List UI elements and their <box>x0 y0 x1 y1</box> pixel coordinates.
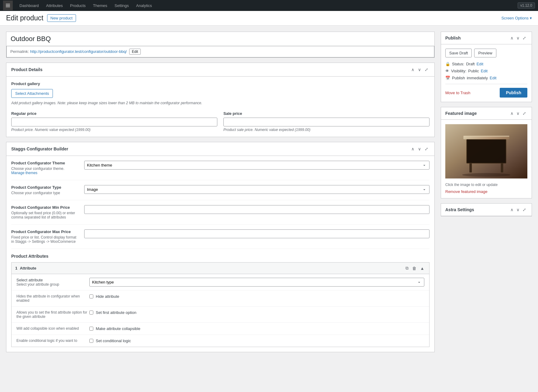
price-row: Regular price Product price. Numeric val… <box>11 111 429 132</box>
collapsible-description: Will add collapsible icon when enabled <box>16 326 89 331</box>
attribute-select[interactable]: Kitchen type Color Size Material <box>89 278 424 287</box>
publish-timing-edit-link[interactable]: Edit <box>490 76 496 80</box>
select-attribute-input-col: Kitchen type Color Size Material <box>89 278 424 287</box>
product-details-title: Product Details <box>11 67 43 72</box>
theme-label-col: Product Configurator Theme Choose your c… <box>11 161 84 175</box>
save-draft-button[interactable]: Save Draft <box>445 49 472 57</box>
configurator-panel-controls: ∧ ∨ ⤢ <box>410 146 429 152</box>
sale-price-label: Sale price <box>223 111 429 116</box>
configurator-expand-button[interactable]: ⤢ <box>423 146 429 152</box>
type-label: Product Configurator Type <box>11 185 78 190</box>
configurator-builder-title: Staggs Configurator Builder <box>11 146 68 151</box>
preview-button[interactable]: Preview <box>474 49 496 57</box>
attribute-name-label: Attribute <box>20 266 404 270</box>
min-price-config-row: Product Configurator Min Price Optionall… <box>11 205 429 225</box>
collapsible-checkbox[interactable] <box>89 327 93 331</box>
nav-item-attributes[interactable]: Attributes <box>43 0 67 11</box>
nav-item-dashboard[interactable]: Dashboard <box>16 0 43 11</box>
attribute-header: 1 Attribute ⧉ 🗑 ▲ <box>12 263 429 274</box>
publish-timing-value: immediately <box>467 76 488 80</box>
featured-image-header: Featured image ∧ ∨ ⤢ <box>441 107 532 120</box>
publish-expand-button[interactable]: ⤢ <box>521 35 527 41</box>
hide-attribute-checkbox-text: Hide attribute <box>96 294 119 299</box>
attribute-delete-button[interactable]: 🗑 <box>411 265 418 271</box>
permalink: Permalink: http://productconfigurator.te… <box>6 46 434 57</box>
conditional-checkbox[interactable] <box>89 339 93 343</box>
nav-items: Dashboard Attributes Products Themes Set… <box>16 0 156 11</box>
astra-expand-button[interactable]: ⤢ <box>521 207 527 213</box>
featured-image-expand-button[interactable]: ⤢ <box>521 110 527 116</box>
collapsible-label-col: Will add collapsible icon when enabled <box>16 326 89 331</box>
type-select[interactable]: Image 3D Model Color Swatch <box>84 185 429 194</box>
svg-point-7 <box>462 173 511 177</box>
nav-item-themes[interactable]: Themes <box>89 0 111 11</box>
hide-attribute-row: Hides the attribute in configurator when… <box>12 291 429 307</box>
theme-config-row: Product Configurator Theme Choose your c… <box>11 161 429 180</box>
hide-attribute-checkbox-label[interactable]: Hide attribute <box>89 294 424 299</box>
collapsible-checkbox-label[interactable]: Make attribute collapsible <box>89 326 424 331</box>
theme-input-col: Kitchen theme Default theme Modern theme <box>84 161 429 170</box>
publish-footer: Move to Trash Publish <box>445 88 527 98</box>
regular-price-input[interactable] <box>11 118 217 126</box>
status-info: 🔒 Status: Draft Edit <box>445 62 527 66</box>
max-price-input-col <box>84 229 429 238</box>
panel-expand-button[interactable]: ⤢ <box>423 67 429 73</box>
permalink-url[interactable]: http://productconfigurator.test/configur… <box>30 49 127 54</box>
featured-image-body: Click the image to edit or update Remove… <box>441 120 532 198</box>
permalink-prefix: Permalink: <box>10 49 29 54</box>
featured-image-title: Featured image <box>445 111 477 116</box>
configurator-builder-header[interactable]: Staggs Configurator Builder ∧ ∨ ⤢ <box>6 142 434 156</box>
hide-attribute-checkbox[interactable] <box>89 294 93 298</box>
visibility-edit-link[interactable]: Edit <box>481 69 488 73</box>
conditional-input-col: Set conditional logic <box>89 339 424 343</box>
select-attachments-button[interactable]: Select Attachments <box>11 89 53 98</box>
page-title: Edit product <box>6 14 43 22</box>
min-price-input[interactable] <box>84 205 429 214</box>
panel-collapse-down-button[interactable]: ∨ <box>417 67 422 73</box>
attribute-copy-button[interactable]: ⧉ <box>404 265 410 271</box>
publish-panel-header: Publish ∧ ∨ ⤢ <box>441 32 532 44</box>
featured-image-collapse-up-button[interactable]: ∧ <box>509 110 515 116</box>
featured-image-collapse-down-button[interactable]: ∨ <box>515 110 521 116</box>
set-first-checkbox-label[interactable]: Set first attribute option <box>89 310 424 315</box>
conditional-checkbox-label[interactable]: Set conditional logic <box>89 339 424 343</box>
screen-options-button[interactable]: Screen Options ▾ <box>501 16 532 20</box>
set-first-checkbox-text: Set first attribute option <box>96 310 136 315</box>
collapsible-checkbox-text: Make attribute collapsible <box>96 326 140 331</box>
astra-collapse-up-button[interactable]: ∧ <box>509 207 515 213</box>
publish-collapse-up-button[interactable]: ∧ <box>509 35 515 41</box>
set-first-description: Allows you to set the first attribute op… <box>16 310 89 319</box>
new-product-button[interactable]: New product <box>47 14 76 22</box>
nav-item-products[interactable]: Products <box>67 0 89 11</box>
select-attribute-description: Select your attribute group <box>16 282 89 287</box>
astra-collapse-down-button[interactable]: ∨ <box>515 207 521 213</box>
status-value: Draft <box>466 62 474 66</box>
attribute-move-button[interactable]: ▲ <box>419 265 426 271</box>
product-details-header[interactable]: Product Details ∧ ∨ ⤢ <box>6 63 434 77</box>
remove-featured-image-link[interactable]: Remove featured image <box>445 189 488 194</box>
permalink-edit-button[interactable]: Edit <box>129 49 141 55</box>
app-logo <box>3 1 13 10</box>
attribute-header-buttons: ⧉ 🗑 ▲ <box>404 265 426 271</box>
panel-collapse-up-button[interactable]: ∧ <box>410 67 416 73</box>
theme-select[interactable]: Kitchen theme Default theme Modern theme <box>84 161 429 170</box>
featured-image-container[interactable] <box>445 124 527 180</box>
publish-collapse-down-button[interactable]: ∨ <box>515 35 521 41</box>
move-to-trash-link[interactable]: Move to Trash <box>445 91 470 95</box>
configurator-collapse-down-button[interactable]: ∨ <box>417 146 422 152</box>
publish-main-button[interactable]: Publish <box>500 88 527 98</box>
regular-price-col: Regular price Product price. Numeric val… <box>11 111 217 132</box>
manage-themes-link[interactable]: Manage themes <box>11 171 37 175</box>
nav-item-analytics[interactable]: Analytics <box>133 0 156 11</box>
max-price-input[interactable] <box>84 229 429 238</box>
featured-image-controls: ∧ ∨ ⤢ <box>509 110 527 116</box>
nav-item-settings[interactable]: Settings <box>111 0 133 11</box>
astra-settings-title: Astra Settings <box>445 207 474 212</box>
set-first-checkbox[interactable] <box>89 311 93 315</box>
sale-price-input[interactable] <box>223 118 429 126</box>
conditional-checkbox-text: Set conditional logic <box>96 339 131 343</box>
configurator-collapse-up-button[interactable]: ∧ <box>410 146 416 152</box>
status-edit-link[interactable]: Edit <box>477 62 483 66</box>
max-price-config-row: Product Configurator Max Price Fixed pri… <box>11 229 429 249</box>
product-title-input[interactable] <box>6 32 434 46</box>
